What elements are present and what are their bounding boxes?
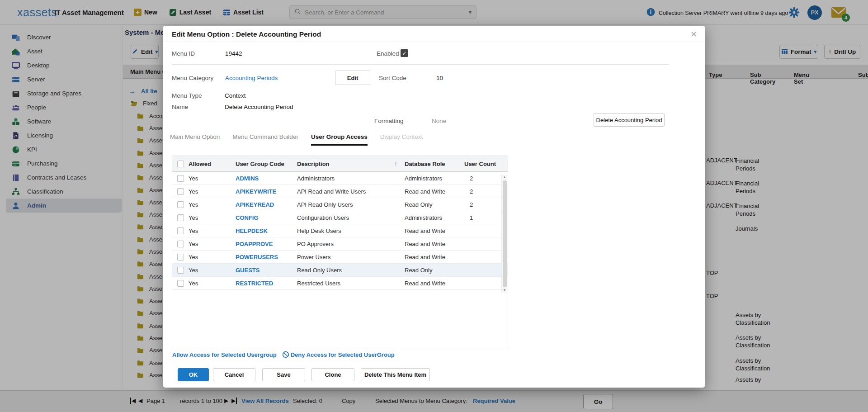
user-group-code-link[interactable]: APIKEYREAD xyxy=(236,201,297,208)
column-description[interactable]: Description xyxy=(297,161,330,167)
select-all-checkbox[interactable] xyxy=(177,161,184,167)
menu-category-link[interactable]: Accounting Periods xyxy=(225,75,278,81)
description-value: Administrators xyxy=(297,175,405,182)
user-group-table: Allowed User Group Code Description ↑ Da… xyxy=(172,156,508,348)
menu-id-value: 19442 xyxy=(225,50,242,57)
row-checkbox[interactable] xyxy=(177,241,184,247)
user-group-row-apikeyread[interactable]: YesAPIKEYREADAPI Read Only UsersRead Onl… xyxy=(172,198,508,211)
database-role-value: Read and Write xyxy=(405,227,464,234)
dialog-titlebar: Edit Menu Option : Delete Accounting Per… xyxy=(163,26,705,42)
row-checkbox[interactable] xyxy=(177,280,184,287)
menu-id-label: Menu ID xyxy=(172,50,195,57)
description-value: Help Desk Users xyxy=(297,227,405,234)
allow-access-link[interactable]: Allow Access for Selected Usergroup xyxy=(172,351,277,358)
user-group-row-poapprove[interactable]: YesPOAPPROVEPO ApproversRead and Write xyxy=(172,237,508,251)
name-value: Delete Accounting Period xyxy=(225,104,293,110)
sort-code-value: 10 xyxy=(436,75,443,81)
user-group-code-link[interactable]: ADMINS xyxy=(236,175,297,182)
database-role-value: Administrators xyxy=(405,175,464,182)
scroll-down-icon[interactable]: ▼ xyxy=(503,288,506,293)
sort-code-label: Sort Code xyxy=(379,75,406,81)
user-group-code-link[interactable]: HELPDESK xyxy=(236,227,297,234)
tab-main-menu-option[interactable]: Main Menu Option xyxy=(170,133,220,146)
allowed-value: Yes xyxy=(189,201,236,208)
menu-category-label: Menu Category xyxy=(172,75,213,81)
database-role-value: Read and Write xyxy=(405,280,464,287)
row-checkbox[interactable] xyxy=(177,254,184,260)
allowed-value: Yes xyxy=(189,214,236,221)
edit-category-button[interactable]: Edit xyxy=(335,71,370,85)
row-checkbox[interactable] xyxy=(177,175,184,182)
name-label: Name xyxy=(172,104,188,110)
column-allowed[interactable]: Allowed xyxy=(189,161,236,167)
table-scrollbar[interactable]: ▲ ▼ xyxy=(501,175,507,293)
tab-display-context: Display Context xyxy=(380,133,423,146)
table-header-row: Allowed User Group Code Description ↑ Da… xyxy=(172,156,508,172)
database-role-value: Read and Write xyxy=(405,254,464,260)
description-value: Configuration Users xyxy=(297,214,405,221)
row-checkbox[interactable] xyxy=(177,267,184,274)
description-value: API Read Only Users xyxy=(297,201,405,208)
user-group-code-link[interactable]: RESTRICTED xyxy=(236,280,297,287)
delete-accounting-period-button[interactable]: Delete Accounting Period xyxy=(594,113,665,127)
app-window: xassets IT Asset Management NewLast Asse… xyxy=(0,0,868,412)
database-role-value: Administrators xyxy=(405,214,464,221)
description-value: Power Users xyxy=(297,254,405,260)
access-links: Allow Access for Selected Usergroup Deny… xyxy=(172,351,395,358)
description-value: Read Only Users xyxy=(297,267,405,274)
sort-asc-icon[interactable]: ↑ xyxy=(394,160,397,167)
enabled-checkbox[interactable]: ✓ xyxy=(401,49,408,57)
user-group-code-link[interactable]: POWERUSERS xyxy=(236,254,297,260)
user-group-row-admins[interactable]: YesADMINSAdministratorsAdministrators2 xyxy=(172,172,508,185)
column-database-role[interactable]: Database Role xyxy=(405,161,464,167)
user-group-row-apikeywrite[interactable]: YesAPIKEYWRITEAPI Read and Write UsersRe… xyxy=(172,185,508,198)
user-group-code-link[interactable]: POAPPROVE xyxy=(236,241,297,247)
clone-button[interactable]: Clone xyxy=(311,368,354,381)
row-checkbox[interactable] xyxy=(177,214,184,221)
allowed-value: Yes xyxy=(189,175,236,182)
delete-this-menu-item-button[interactable]: Delete This Menu Item xyxy=(361,368,430,381)
save-button[interactable]: Save xyxy=(262,368,305,381)
allowed-value: Yes xyxy=(189,188,236,195)
dialog-title: Edit Menu Option : Delete Accounting Per… xyxy=(172,30,321,38)
dialog-tabs: Main Menu OptionMenu Command BuilderUser… xyxy=(170,133,423,146)
tab-user-group-access[interactable]: User Group Access xyxy=(311,133,368,146)
user-group-row-guests[interactable]: YesGUESTSRead Only UsersRead Only xyxy=(172,264,508,277)
user-group-row-restricted[interactable]: YesRESTRICTEDRestricted UsersRead and Wr… xyxy=(172,277,508,290)
user-group-code-link[interactable]: CONFIG xyxy=(236,214,297,221)
row-checkbox[interactable] xyxy=(177,227,184,234)
database-role-value: Read Only xyxy=(405,201,464,208)
user-group-code-link[interactable]: APIKEYWRITE xyxy=(236,188,297,195)
description-value: PO Approvers xyxy=(297,241,405,247)
row-checkbox[interactable] xyxy=(177,188,184,195)
database-role-value: Read Only xyxy=(405,267,464,274)
allowed-value: Yes xyxy=(189,254,236,260)
menu-type-label: Menu Type xyxy=(172,92,202,99)
scrollbar-thumb[interactable] xyxy=(503,180,507,287)
tab-menu-command-builder[interactable]: Menu Command Builder xyxy=(232,133,298,146)
user-group-code-link[interactable]: GUESTS xyxy=(236,267,297,274)
row-checkbox[interactable] xyxy=(177,201,184,208)
enabled-label: Enabled xyxy=(377,50,399,57)
deny-icon xyxy=(282,351,289,358)
allowed-value: Yes xyxy=(189,227,236,234)
column-user-group-code[interactable]: User Group Code xyxy=(236,161,297,167)
cancel-button[interactable]: Cancel xyxy=(213,368,255,381)
close-icon[interactable]: ✕ xyxy=(690,29,697,39)
ok-button[interactable]: OK xyxy=(178,368,209,381)
scroll-up-icon[interactable]: ▲ xyxy=(503,175,506,180)
divider xyxy=(172,64,669,65)
user-group-row-config[interactable]: YesCONFIGConfiguration UsersAdministrato… xyxy=(172,211,508,224)
formatting-value: None xyxy=(432,118,446,124)
deny-access-link[interactable]: Deny Access for Selected UserGroup xyxy=(291,351,395,358)
allowed-value: Yes xyxy=(189,241,236,247)
allowed-value: Yes xyxy=(189,280,236,287)
user-group-row-powerusers[interactable]: YesPOWERUSERSPower UsersRead and Write xyxy=(172,251,508,264)
database-role-value: Read and Write xyxy=(405,241,464,247)
edit-menu-option-dialog: Edit Menu Option : Delete Accounting Per… xyxy=(163,26,705,388)
description-value: API Read and Write Users xyxy=(297,188,405,195)
column-user-count[interactable]: User Count xyxy=(464,161,508,167)
user-group-row-helpdesk[interactable]: YesHELPDESKHelp Desk UsersRead and Write xyxy=(172,224,508,237)
description-value: Restricted Users xyxy=(297,280,405,287)
allowed-value: Yes xyxy=(189,267,236,274)
